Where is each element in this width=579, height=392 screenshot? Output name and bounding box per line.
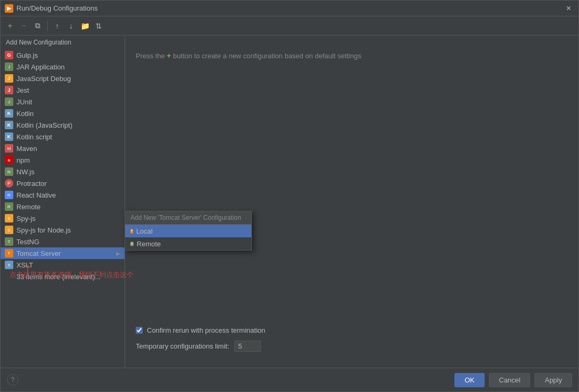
menu-item-remote[interactable]: R Remote: [1, 201, 125, 212]
main-content: Add New Configuration G Gulp.js J JAR Ap…: [1, 35, 578, 368]
move-down-button[interactable]: ↓: [65, 20, 77, 32]
menu-item-jar[interactable]: J JAR Application: [1, 61, 125, 73]
local-icon: T: [130, 229, 133, 234]
menu-item-kotlin-script[interactable]: K Kotlin script: [1, 131, 125, 142]
run-debug-icon: ▶: [5, 4, 13, 13]
menu-item-kotlin[interactable]: K Kotlin: [1, 108, 125, 119]
submenu-header: Add New 'Tomcat Server' Configuration: [125, 211, 251, 225]
remove-button[interactable]: −: [17, 20, 30, 32]
menu-item-maven[interactable]: M Maven: [1, 142, 125, 154]
run-debug-dialog: ▶ Run/Debug Configurations × + − ⧉ ↑ ↓ 📁…: [0, 0, 579, 392]
menu-item-gulp[interactable]: G Gulp.js: [1, 49, 125, 61]
temp-config-label: Temporary configurations limit:: [136, 342, 229, 350]
kotlin-icon: K: [5, 109, 13, 118]
title-bar-left: ▶ Run/Debug Configurations: [5, 4, 98, 13]
left-panel-header: Add New Configuration: [1, 35, 125, 49]
move-up-button[interactable]: ↑: [51, 20, 64, 32]
menu-item-remote-label: Remote: [16, 203, 120, 211]
sort-button[interactable]: ⇅: [92, 20, 105, 32]
menu-item-tomcat[interactable]: T Tomcat Server ▶: [1, 247, 125, 259]
hint-suffix: button to create a new configuration bas…: [173, 52, 361, 60]
menu-item-react-native-label: React Native: [16, 191, 120, 199]
temp-config-row: Temporary configurations limit:: [136, 341, 568, 352]
menu-item-jest[interactable]: J Jest: [1, 84, 125, 96]
dialog-footer: ? OK Cancel Apply: [1, 368, 578, 391]
menu-item-tomcat-label: Tomcat Server: [16, 250, 113, 257]
jest-icon: J: [5, 86, 13, 94]
protractor-icon: P: [5, 179, 13, 188]
footer-left: ?: [7, 374, 19, 386]
title-bar: ▶ Run/Debug Configurations ×: [1, 1, 578, 16]
hint-prefix: Press the: [136, 52, 165, 60]
submenu-item-remote-label: Remote: [137, 240, 161, 248]
testng-icon: T: [5, 237, 13, 246]
folder-button[interactable]: 📁: [78, 20, 91, 32]
js-debug-icon: J: [5, 74, 13, 83]
tomcat-icon: T: [5, 249, 13, 257]
menu-item-jest-label: Jest: [16, 86, 120, 94]
react-native-icon: R: [5, 191, 13, 199]
annotation-arrow: ↑: [24, 260, 32, 278]
add-button[interactable]: +: [4, 20, 16, 32]
menu-item-xslt-label: XSLT: [16, 261, 120, 269]
menu-item-react-native[interactable]: R React Native: [1, 189, 125, 201]
gulp-icon: G: [5, 51, 13, 59]
kotlin-js-icon: K: [5, 121, 13, 129]
footer-right: OK Cancel Apply: [454, 373, 572, 387]
menu-item-kotlin-script-label: Kotlin script: [16, 133, 120, 141]
menu-item-junit[interactable]: J JUnit: [1, 96, 125, 108]
toolbar-separator-1: [47, 21, 48, 31]
temp-config-input[interactable]: [234, 341, 261, 352]
bottom-section: Confirm rerun with process termination T…: [136, 326, 568, 357]
ok-button[interactable]: OK: [454, 373, 485, 387]
menu-item-kotlin-label: Kotlin: [16, 110, 120, 118]
hint-area: Press the + button to create a new confi…: [136, 51, 568, 60]
menu-item-spy-js-node[interactable]: S Spy-js for Node.js: [1, 224, 125, 236]
confirm-rerun-label: Confirm rerun with process termination: [147, 326, 265, 334]
junit-icon: J: [5, 97, 13, 106]
menu-item-kotlin-js[interactable]: K Kotlin (JavaScript): [1, 119, 125, 131]
menu-item-testng[interactable]: T TestNG: [1, 236, 125, 247]
menu-item-protractor[interactable]: P Protractor: [1, 177, 125, 189]
menu-item-junit-label: JUnit: [16, 98, 120, 106]
submenu-remote-icon: R: [130, 242, 134, 246]
apply-button[interactable]: Apply: [534, 373, 572, 387]
confirm-rerun-checkbox[interactable]: [136, 327, 143, 334]
menu-item-gulp-label: Gulp.js: [16, 51, 120, 59]
close-button[interactable]: ×: [563, 3, 574, 14]
copy-button[interactable]: ⧉: [31, 20, 44, 32]
menu-item-kotlin-js-label: Kotlin (JavaScript): [16, 121, 120, 129]
right-panel: Press the + button to create a new confi…: [125, 35, 578, 368]
kotlin-script-icon: K: [5, 132, 13, 141]
spy-js-node-icon: S: [5, 226, 13, 234]
jar-icon: J: [5, 63, 13, 71]
menu-item-js-debug-label: JavaScript Debug: [16, 75, 120, 83]
window-title: Run/Debug Configurations: [16, 4, 98, 12]
maven-icon: M: [5, 144, 13, 153]
menu-item-nwjs[interactable]: N NW.js: [1, 166, 125, 177]
menu-item-xslt[interactable]: X XSLT: [1, 259, 125, 271]
help-button[interactable]: ?: [7, 374, 19, 386]
menu-item-js-debug[interactable]: J JavaScript Debug: [1, 73, 125, 84]
left-panel: Add New Configuration G Gulp.js J JAR Ap…: [1, 35, 125, 368]
menu-item-protractor-label: Protractor: [16, 180, 120, 188]
hint-plus-icon: +: [167, 51, 171, 60]
menu-item-npm-label: npm: [16, 156, 120, 164]
nwjs-icon: N: [5, 167, 13, 176]
submenu-item-local[interactable]: T Local: [125, 225, 251, 237]
menu-item-npm[interactable]: n npm: [1, 154, 125, 166]
xslt-icon: X: [5, 261, 13, 269]
tomcat-submenu: Add New 'Tomcat Server' Configuration T …: [125, 211, 252, 251]
menu-item-jar-label: JAR Application: [16, 63, 120, 71]
menu-item-maven-label: Maven: [16, 145, 120, 153]
submenu-item-remote[interactable]: R Remote: [125, 237, 251, 250]
confirm-rerun-row: Confirm rerun with process termination: [136, 326, 568, 334]
menu-item-spy-js-node-label: Spy-js for Node.js: [16, 226, 120, 234]
cancel-button[interactable]: Cancel: [489, 373, 530, 387]
npm-icon: n: [5, 156, 13, 164]
toolbar: + − ⧉ ↑ ↓ 📁 ⇅: [1, 16, 578, 35]
menu-item-spy-js[interactable]: S Spy-js: [1, 212, 125, 224]
tomcat-submenu-arrow: ▶: [116, 251, 120, 256]
menu-item-nwjs-label: NW.js: [16, 168, 120, 176]
menu-item-testng-label: TestNG: [16, 238, 120, 246]
